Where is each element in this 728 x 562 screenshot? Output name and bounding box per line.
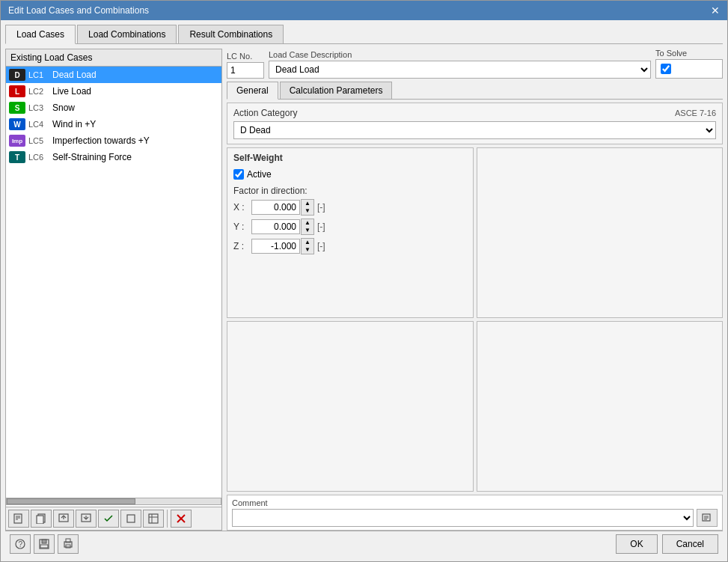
tab-general[interactable]: General (227, 82, 278, 100)
title-bar: Edit Load Cases and Combinations ✕ (1, 1, 727, 20)
cancel-button[interactable]: Cancel (662, 534, 718, 554)
z-spin-up[interactable]: ▲ (302, 239, 313, 246)
x-spin-down[interactable]: ▼ (302, 207, 313, 215)
tab-load-cases[interactable]: Load Cases (5, 25, 76, 44)
lc5-no: LC5 (28, 136, 49, 145)
right-panel: LC No. Load Case Description Dead Load T… (227, 49, 723, 531)
export-icon (58, 513, 69, 524)
y-spin-btns: ▲ ▼ (301, 219, 314, 235)
lc-desc-group: Load Case Description Dead Load (269, 50, 651, 79)
action-category-header: Action Category ASCE 7-16 (233, 108, 716, 118)
tab-result-combinations[interactable]: Result Combinations (178, 25, 284, 43)
lc1-desc: Dead Load (52, 70, 97, 80)
lc3-no: LC3 (28, 103, 49, 112)
dialog-content: Load Cases Load Combinations Result Comb… (1, 20, 727, 561)
bottom-left-buttons: ? (10, 534, 79, 554)
y-spin-down[interactable]: ▼ (302, 227, 313, 234)
y-input-wrap: ▲ ▼ (251, 219, 314, 235)
check-all-button[interactable] (98, 510, 119, 528)
lc-item-5[interactable]: Imp LC5 Imperfection towards +Y (6, 132, 221, 149)
delete-lc-button[interactable] (171, 510, 192, 528)
tabs-bar: Load Cases Load Combinations Result Comb… (5, 25, 723, 44)
lc-no-input[interactable] (227, 62, 264, 79)
lc-item-3[interactable]: S LC3 Snow (6, 100, 221, 116)
svg-rect-0 (14, 514, 22, 523)
dialog-title: Edit Load Cases and Combinations (8, 5, 149, 16)
lc4-desc: Wind in +Y (52, 119, 96, 129)
scrollbar-thumb (7, 498, 135, 504)
uncheck-all-button[interactable] (120, 510, 141, 528)
lc-item-2[interactable]: L LC2 Live Load (6, 83, 221, 100)
close-button[interactable]: ✕ (711, 5, 720, 16)
table-icon (148, 513, 159, 524)
tab-load-combinations[interactable]: Load Combinations (77, 25, 177, 43)
z-input[interactable] (251, 239, 300, 254)
uncheck-all-icon (126, 513, 136, 524)
import-button[interactable] (76, 510, 97, 528)
lc6-badge: T (9, 151, 25, 163)
inner-tabs-bar: General Calculation Parameters (227, 82, 723, 100)
self-weight-active-checkbox[interactable] (233, 169, 244, 180)
action-category-title: Action Category (233, 108, 297, 118)
help-icon: ? (14, 538, 26, 550)
lc5-badge: Imp (9, 135, 25, 147)
new-lc-button[interactable] (8, 510, 29, 528)
save-icon (38, 538, 50, 550)
help-button[interactable]: ? (10, 534, 31, 554)
lc-desc-label: Load Case Description (269, 50, 651, 59)
bottom-bar: ? (5, 531, 723, 557)
action-category-standard: ASCE 7-16 (675, 109, 716, 117)
x-input[interactable] (251, 200, 300, 215)
lc-desc-select[interactable]: Dead Load (269, 61, 651, 79)
comment-select[interactable] (232, 509, 694, 527)
ok-cancel-buttons: OK Cancel (616, 534, 718, 554)
lc-item-6[interactable]: T LC6 Self-Straining Force (6, 149, 221, 165)
comment-row (232, 509, 718, 527)
x-unit: [-] (317, 202, 325, 213)
to-solve-box (655, 59, 723, 79)
lc6-no: LC6 (28, 153, 49, 162)
export-button[interactable] (53, 510, 74, 528)
z-unit: [-] (317, 241, 325, 251)
y-unit: [-] (317, 222, 325, 232)
tab-calculation-parameters[interactable]: Calculation Parameters (280, 82, 393, 99)
dialog: Edit Load Cases and Combinations ✕ Load … (0, 0, 728, 562)
copy-lc-button[interactable] (31, 510, 52, 528)
y-input[interactable] (251, 219, 300, 234)
self-weight-panel: Self-Weight Active Factor in direction: … (227, 147, 474, 318)
y-label: Y : (233, 222, 248, 232)
svg-rect-10 (127, 515, 135, 522)
panel-bottom-left (227, 321, 474, 492)
z-label: Z : (233, 241, 248, 251)
copy-icon (36, 513, 46, 524)
x-spin-btns: ▲ ▼ (301, 199, 314, 216)
list-toolbar (6, 507, 221, 530)
comment-edit-button[interactable] (697, 509, 718, 527)
self-weight-title: Self-Weight (233, 153, 467, 163)
lc2-desc: Live Load (52, 86, 91, 97)
table-view-button[interactable] (143, 510, 164, 528)
factor-label: Factor in direction: (233, 186, 467, 196)
lc-item-1[interactable]: D LC1 Dead Load (6, 67, 221, 83)
existing-load-cases-header: Existing Load Cases (6, 49, 221, 67)
active-label: Active (247, 169, 272, 180)
import-icon (81, 513, 91, 524)
action-category-section: Action Category ASCE 7-16 D Dead (227, 103, 723, 144)
svg-rect-11 (149, 514, 158, 523)
action-category-select[interactable]: D Dead (233, 121, 716, 139)
panel-bottom-right (477, 321, 724, 492)
z-spin-down[interactable]: ▼ (302, 246, 313, 254)
edit-icon (702, 513, 712, 523)
lc-no-group: LC No. (227, 52, 264, 79)
save-button[interactable] (34, 534, 55, 554)
to-solve-checkbox[interactable] (661, 64, 671, 74)
comment-label: Comment (232, 498, 718, 507)
list-scrollbar[interactable] (6, 498, 221, 505)
toolbar-separator (167, 510, 168, 528)
y-spin-up[interactable]: ▲ (302, 219, 313, 227)
lc-item-4[interactable]: W LC4 Wind in +Y (6, 116, 221, 132)
ok-button[interactable]: OK (616, 534, 657, 554)
print-button[interactable] (58, 534, 79, 554)
z-input-wrap: ▲ ▼ (251, 238, 314, 254)
x-spin-up[interactable]: ▲ (302, 200, 313, 207)
